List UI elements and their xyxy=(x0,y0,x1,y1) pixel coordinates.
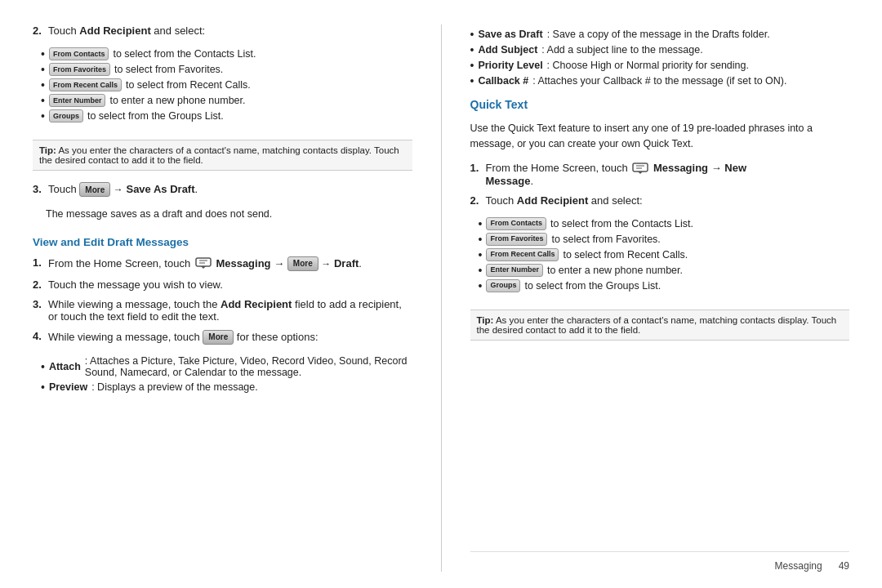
priority-level-bold: Priority Level xyxy=(478,60,542,71)
view-step-1-content: From the Home Screen, touch Messaging → … xyxy=(48,256,412,271)
view-step-2-row: 2. Touch the message you wish to view. xyxy=(33,278,412,291)
step-2-num: 2. xyxy=(33,24,44,37)
footer-page: 49 xyxy=(839,560,849,572)
bullet-contacts-1: From Contacts to select from the Contact… xyxy=(41,47,412,60)
left-column: 2. Touch Add Recipient and select: From … xyxy=(33,24,412,572)
new-bold: New xyxy=(724,162,746,174)
add-subject-bold: Add Subject xyxy=(478,44,537,56)
attach-bold: Attach xyxy=(49,361,81,372)
add-recipient-bold-2: Add Recipient xyxy=(220,298,292,310)
tip-box-1: Tip: As you enter the characters of a co… xyxy=(33,140,412,171)
message-bold: Message xyxy=(486,175,531,187)
groups-btn-2: Groups xyxy=(486,279,520,292)
messaging-icon-1 xyxy=(195,257,212,270)
from-contacts-btn-1: From Contacts xyxy=(49,47,109,60)
save-as-draft-bold: Save As Draft xyxy=(126,183,194,195)
save-draft-bold: Save as Draft xyxy=(478,29,542,40)
bullet-recent-2: From Recent Calls to select from Recent … xyxy=(479,248,850,261)
view-step-4-content: While viewing a message, touch More for … xyxy=(48,330,412,345)
preview-option: Preview: Displays a preview of the messa… xyxy=(41,381,412,394)
save-draft-option: Save as Draft: Save a copy of the messag… xyxy=(470,28,850,41)
view-step-3-content: While viewing a message, touch the Add R… xyxy=(48,298,412,323)
view-edit-heading: View and Edit Draft Messages xyxy=(33,236,412,248)
more-btn-2[interactable]: More xyxy=(287,256,318,271)
right-column: Save as Draft: Save a copy of the messag… xyxy=(470,24,850,572)
from-favorites-btn-1: From Favorites xyxy=(49,63,110,76)
view-step-2-num: 2. xyxy=(33,278,44,291)
tip-text-1: As you enter the characters of a contact… xyxy=(39,145,399,165)
from-recent-btn-1: From Recent Calls xyxy=(49,78,122,91)
step-2-row: 2. Touch Add Recipient and select: xyxy=(33,24,412,37)
attach-option: Attach: Attaches a Picture, Take Picture… xyxy=(41,355,412,378)
quick-text-intro: Use the Quick Text feature to insert any… xyxy=(470,121,850,152)
qt-step-1-row: 1. From the Home Screen, touch Messaging… xyxy=(470,162,850,187)
view-step-3-num: 3. xyxy=(33,298,44,310)
messaging-bold-2: Messaging xyxy=(653,162,708,174)
messaging-bold-1: Messaging xyxy=(216,256,270,269)
view-step-2-content: Touch the message you wish to view. xyxy=(48,278,412,291)
qt-step-1-content: From the Home Screen, touch Messaging → … xyxy=(486,162,850,187)
enter-number-btn-1: Enter Number xyxy=(49,94,106,107)
callback-bold: Callback # xyxy=(478,75,528,87)
more-btn-1[interactable]: More xyxy=(79,182,110,197)
qt-step-2-row: 2. Touch Add Recipient and select: xyxy=(470,194,850,207)
messaging-icon-2 xyxy=(632,163,648,175)
preview-bold: Preview xyxy=(49,381,87,393)
qt-step-2-num: 2. xyxy=(470,194,482,207)
draft-bold: Draft xyxy=(334,256,359,269)
callback-option: Callback #: Attaches your Callback # to … xyxy=(470,74,850,87)
from-recent-btn-2: From Recent Calls xyxy=(486,248,559,261)
view-step-1-num: 1. xyxy=(33,256,44,269)
step-3-num: 3. xyxy=(33,183,44,195)
bullet-favorites-1: From Favorites to select from Favorites. xyxy=(41,63,412,76)
step-3-row: 3. Touch More → Save As Draft. xyxy=(33,182,412,197)
add-subject-option: Add Subject: Add a subject line to the m… xyxy=(470,43,850,56)
tip-label-1: Tip: xyxy=(39,145,56,155)
bullet-favorites-2: From Favorites to select from Favorites. xyxy=(479,233,850,246)
bullet-groups-2: Groups to select from the Groups List. xyxy=(479,279,850,292)
view-step-4-row: 4. While viewing a message, touch More f… xyxy=(33,330,412,345)
add-recipient-bold-1: Add Recipient xyxy=(79,24,150,37)
tip-label-2: Tip: xyxy=(477,315,494,325)
top-options-list: Save as Draft: Save a copy of the messag… xyxy=(470,28,850,90)
draft-saves-text: The message saves as a draft and does no… xyxy=(46,207,412,222)
contact-bullet-list-1: From Contacts to select from the Contact… xyxy=(41,47,412,125)
view-step-4-num: 4. xyxy=(33,330,44,342)
qt-step-2-content: Touch Add Recipient and select: xyxy=(486,194,850,207)
page-footer: Messaging 49 xyxy=(470,551,850,572)
view-step-3-row: 3. While viewing a message, touch the Ad… xyxy=(33,298,412,323)
from-favorites-btn-2: From Favorites xyxy=(486,233,547,246)
from-contacts-btn-2: From Contacts xyxy=(486,217,546,230)
priority-level-option: Priority Level: Choose High or Normal pr… xyxy=(470,59,850,72)
tip-box-2: Tip: As you enter the characters of a co… xyxy=(470,310,850,341)
svg-marker-3 xyxy=(201,266,206,269)
footer-section: Messaging xyxy=(775,560,822,572)
options-list: Attach: Attaches a Picture, Take Picture… xyxy=(41,355,412,396)
tip-text-2: As you enter the characters of a contact… xyxy=(477,315,837,335)
view-step-1-row: 1. From the Home Screen, touch Messaging… xyxy=(33,256,412,271)
add-recipient-bold-3: Add Recipient xyxy=(517,194,588,207)
step-3-content: Touch More → Save As Draft. xyxy=(48,182,412,197)
enter-number-btn-2: Enter Number xyxy=(486,264,543,277)
more-btn-3[interactable]: More xyxy=(203,330,234,345)
bullet-groups-1: Groups to select from the Groups List. xyxy=(41,109,412,122)
bullet-contacts-2: From Contacts to select from the Contact… xyxy=(479,217,850,230)
svg-rect-4 xyxy=(633,163,648,172)
qt-step-1-num: 1. xyxy=(470,162,482,174)
column-divider xyxy=(441,24,442,572)
groups-btn-1: Groups xyxy=(49,109,83,122)
step-2-content: Touch Add Recipient and select: xyxy=(48,24,412,37)
bullet-enter-number-1: Enter Number to enter a new phone number… xyxy=(41,94,412,107)
bullet-enter-number-2: Enter Number to enter a new phone number… xyxy=(479,264,850,277)
quick-text-heading: Quick Text xyxy=(470,98,850,111)
bullet-recent-1: From Recent Calls to select from Recent … xyxy=(41,78,412,91)
svg-marker-7 xyxy=(638,172,643,174)
svg-rect-0 xyxy=(196,258,211,266)
contact-bullet-list-2: From Contacts to select from the Contact… xyxy=(479,217,850,295)
